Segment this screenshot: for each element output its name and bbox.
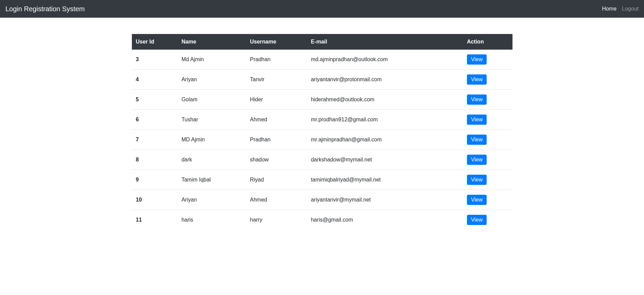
th-name: Name <box>177 34 246 50</box>
cell-action: View <box>463 190 512 210</box>
th-email: E-mail <box>307 34 463 50</box>
cell-name: dark <box>177 150 246 170</box>
cell-email: mr.prodhan912@gmail.com <box>307 110 463 130</box>
cell-user-id: 8 <box>132 150 177 170</box>
cell-email: ariyantanvir@protonmail.com <box>307 70 463 90</box>
cell-action: View <box>463 70 512 90</box>
cell-email: darkshadow@mymail.net <box>307 150 463 170</box>
table-row: 3Md AjminPradhanmd.ajminpradhan@outlook.… <box>132 50 512 70</box>
nav-link-logout[interactable]: Logout <box>622 6 639 12</box>
cell-user-id: 9 <box>132 170 177 190</box>
view-button[interactable]: View <box>467 94 487 105</box>
cell-username: Pradhan <box>246 50 307 70</box>
cell-user-id: 11 <box>132 210 177 230</box>
table-row: 4AriyanTanvirariyantanvir@protonmail.com… <box>132 70 512 90</box>
cell-user-id: 5 <box>132 90 177 110</box>
navbar-nav: Home Logout <box>602 6 639 12</box>
view-button[interactable]: View <box>467 195 487 205</box>
navbar: Login Registration System Home Logout <box>0 0 644 18</box>
table-body: 3Md AjminPradhanmd.ajminpradhan@outlook.… <box>132 50 512 230</box>
cell-username: Ahmed <box>246 190 307 210</box>
cell-email: hiderahmed@outlook.com <box>307 90 463 110</box>
table-row: 8darkshadowdarkshadow@mymail.netView <box>132 150 512 170</box>
th-action: Action <box>463 34 512 50</box>
navbar-brand[interactable]: Login Registration System <box>5 5 85 13</box>
cell-name: Golam <box>177 90 246 110</box>
table-row: 7MD AjminPradhanmr.ajminpradhan@gmail.co… <box>132 130 512 150</box>
cell-name: Tamim Iqbal <box>177 170 246 190</box>
table-header-row: User Id Name Username E-mail Action <box>132 34 512 50</box>
view-button[interactable]: View <box>467 175 487 185</box>
cell-email: md.ajminpradhan@outlook.com <box>307 50 463 70</box>
cell-name: Ariyan <box>177 190 246 210</box>
cell-name: haris <box>177 210 246 230</box>
cell-email: tamimiqbalriyad@mymail.net <box>307 170 463 190</box>
cell-user-id: 6 <box>132 110 177 130</box>
cell-username: harry <box>246 210 307 230</box>
cell-user-id: 4 <box>132 70 177 90</box>
cell-username: Ahmed <box>246 110 307 130</box>
cell-email: mr.ajminpradhan@gmail.com <box>307 130 463 150</box>
cell-name: MD Ajmin <box>177 130 246 150</box>
view-button[interactable]: View <box>467 155 487 165</box>
cell-user-id: 7 <box>132 130 177 150</box>
main-container: User Id Name Username E-mail Action 3Md … <box>127 18 518 230</box>
cell-email: ariyantanvir@mymail.net <box>307 190 463 210</box>
view-button[interactable]: View <box>467 74 487 85</box>
cell-name: Md Ajmin <box>177 50 246 70</box>
table-row: 9Tamim IqbalRiyadtamimiqbalriyad@mymail.… <box>132 170 512 190</box>
table-row: 11harisharryharis@gmail.comView <box>132 210 512 230</box>
table-row: 10AriyanAhmedariyantanvir@mymail.netView <box>132 190 512 210</box>
th-username: Username <box>246 34 307 50</box>
table-row: 6TusharAhmedmr.prodhan912@gmail.comView <box>132 110 512 130</box>
users-table: User Id Name Username E-mail Action 3Md … <box>132 34 512 230</box>
view-button[interactable]: View <box>467 215 487 225</box>
cell-action: View <box>463 90 512 110</box>
cell-username: shadow <box>246 150 307 170</box>
view-button[interactable]: View <box>467 54 487 65</box>
cell-username: Pradhan <box>246 130 307 150</box>
cell-username: Hider <box>246 90 307 110</box>
cell-username: Riyad <box>246 170 307 190</box>
table-row: 5GolamHiderhiderahmed@outlook.comView <box>132 90 512 110</box>
cell-username: Tanvir <box>246 70 307 90</box>
view-button[interactable]: View <box>467 115 487 125</box>
cell-action: View <box>463 150 512 170</box>
cell-action: View <box>463 50 512 70</box>
cell-email: haris@gmail.com <box>307 210 463 230</box>
cell-action: View <box>463 210 512 230</box>
cell-name: Ariyan <box>177 70 246 90</box>
cell-action: View <box>463 170 512 190</box>
cell-user-id: 10 <box>132 190 177 210</box>
cell-action: View <box>463 110 512 130</box>
cell-user-id: 3 <box>132 50 177 70</box>
th-user-id: User Id <box>132 34 177 50</box>
nav-link-home[interactable]: Home <box>602 6 616 12</box>
cell-action: View <box>463 130 512 150</box>
view-button[interactable]: View <box>467 135 487 145</box>
cell-name: Tushar <box>177 110 246 130</box>
